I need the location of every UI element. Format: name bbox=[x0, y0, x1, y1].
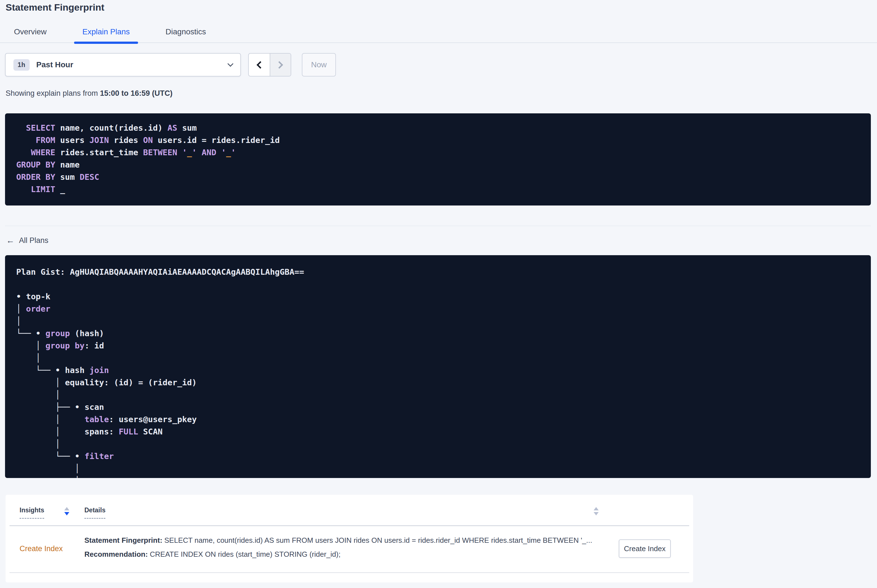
table-row-divider bbox=[9, 572, 689, 573]
chevron-left-icon bbox=[257, 61, 264, 69]
time-next-button[interactable] bbox=[270, 54, 291, 76]
all-plans-link[interactable]: ← All Plans bbox=[6, 236, 48, 244]
statement-fingerprint-cell: Statement Fingerprint: SELECT name, coun… bbox=[84, 536, 592, 545]
now-button[interactable]: Now bbox=[302, 53, 336, 76]
sort-details-icon[interactable] bbox=[594, 507, 599, 515]
time-prev-button[interactable] bbox=[249, 54, 270, 76]
table-header-divider bbox=[9, 525, 689, 526]
time-range-label: Past Hour bbox=[36, 60, 73, 69]
recommendation-cell: Recommendation: CREATE INDEX ON rides (s… bbox=[84, 550, 340, 559]
time-controls: 1h Past Hour Now bbox=[5, 53, 871, 76]
status-line: Showing explain plans from 15:00 to 16:5… bbox=[6, 89, 877, 97]
recommendation-text: CREATE INDEX ON rides (start_time) STORI… bbox=[148, 550, 341, 558]
sort-up-icon bbox=[594, 507, 599, 510]
sort-up-icon bbox=[64, 507, 69, 510]
sort-down-icon bbox=[594, 512, 599, 515]
chevron-down-icon bbox=[227, 61, 233, 66]
statement-fingerprint-page: Statement Fingerprint Overview Explain P… bbox=[0, 0, 877, 588]
column-header-details[interactable]: Details bbox=[84, 507, 105, 519]
plan-gist-box: Plan Gist: AgHUAQIABQAAAAHYAQIAiAEAAAADC… bbox=[5, 255, 871, 478]
all-plans-label: All Plans bbox=[19, 236, 48, 245]
time-range-picker[interactable]: 1h Past Hour bbox=[5, 53, 241, 76]
time-pager bbox=[248, 53, 291, 76]
statement-fingerprint-text: SELECT name, count(rides.id) AS sum FROM… bbox=[162, 536, 592, 544]
sort-insights-icon[interactable] bbox=[64, 507, 69, 515]
insight-type-link[interactable]: Create Index bbox=[20, 544, 63, 553]
status-line-prefix: Showing explain plans from bbox=[6, 89, 100, 98]
tab-bar: Overview Explain Plans Diagnostics bbox=[0, 24, 877, 43]
recommendation-label: Recommendation: bbox=[84, 550, 148, 558]
page-title: Statement Fingerprint bbox=[6, 1, 877, 14]
section-divider bbox=[5, 226, 871, 226]
sort-down-icon bbox=[64, 512, 69, 515]
insights-card: Insights Details Create Index Statement … bbox=[6, 495, 693, 582]
chevron-right-icon bbox=[275, 61, 283, 69]
create-index-button[interactable]: Create Index bbox=[619, 539, 671, 558]
arrow-left-icon: ← bbox=[6, 236, 15, 244]
tab-diagnostics[interactable]: Diagnostics bbox=[157, 24, 214, 42]
tab-overview[interactable]: Overview bbox=[6, 24, 55, 42]
column-header-insights[interactable]: Insights bbox=[20, 507, 44, 519]
tab-explain-plans[interactable]: Explain Plans bbox=[74, 24, 138, 42]
statement-fingerprint-label: Statement Fingerprint: bbox=[84, 536, 162, 544]
duration-badge: 1h bbox=[14, 59, 30, 70]
status-line-range: 15:00 to 16:59 (UTC) bbox=[100, 89, 173, 98]
sql-fingerprint-box: SELECT name, count(rides.id) AS sum FROM… bbox=[5, 113, 871, 206]
